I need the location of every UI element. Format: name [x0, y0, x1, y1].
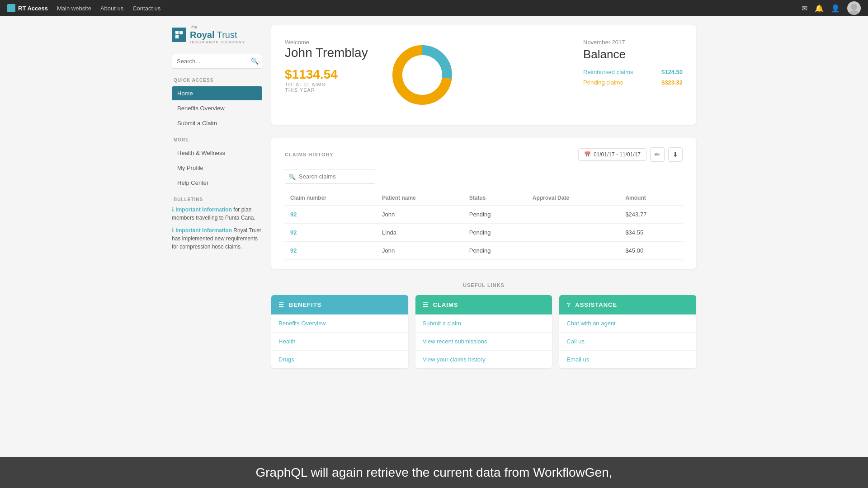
link-item-0-2[interactable]: Drugs — [271, 351, 408, 368]
useful-links-title: USEFUL LINKS — [271, 282, 696, 288]
quick-access-section: QUICK ACCESS Home Benefits Overview Subm… — [172, 78, 262, 130]
sidebar-item-submit-claim[interactable]: Submit a Claim — [172, 116, 262, 130]
search-input[interactable] — [172, 54, 262, 69]
logo-box: The Royal Trust INSURANCE COMPANY — [172, 25, 262, 45]
sidebar-item-home[interactable]: Home — [172, 86, 262, 100]
useful-links-section: USEFUL LINKS ☰ BENEFITS Benefits Overvie… — [271, 282, 696, 368]
donut-chart — [386, 39, 458, 111]
date-range-text: 01/01/17 - 11/01/17 — [594, 151, 641, 158]
logo-the: The — [190, 25, 245, 30]
total-claims-label: TOTAL CLAIMS — [285, 82, 368, 87]
balance-pending-row: Pending claims $323.32 — [583, 79, 683, 86]
top-nav: RT Access Main website About us Contact … — [0, 0, 868, 16]
claim-number-0[interactable]: 92 — [290, 211, 297, 218]
amount-1: $34.55 — [620, 224, 683, 242]
svg-rect-2 — [175, 31, 179, 34]
reimbursed-amount: $124.50 — [661, 69, 683, 75]
link-item-2-0[interactable]: Chat with an agent — [559, 314, 696, 333]
link-item-0-1[interactable]: Health — [271, 333, 408, 351]
logo-area: The Royal Trust INSURANCE COMPANY — [172, 25, 262, 45]
pending-label: Pending claims — [583, 79, 623, 86]
link-card-benefits: ☰ BENEFITS Benefits OverviewHealthDrugs — [271, 295, 408, 368]
link-card-body-0: Benefits OverviewHealthDrugs — [271, 314, 408, 368]
reimbursed-label: Reimbursed claims — [583, 69, 633, 75]
more-section: MORE Health & Wellness My Profile Help C… — [172, 137, 262, 190]
svg-rect-4 — [175, 35, 179, 38]
link-item-1-2[interactable]: View your claims history — [415, 351, 552, 368]
download-button[interactable]: ⬇ — [668, 147, 683, 162]
link-item-2-1[interactable]: Call us — [559, 333, 696, 351]
welcome-greeting: Welcome — [285, 39, 368, 46]
claims-header: CLAIMS HISTORY 📅 01/01/17 - 11/01/17 ✏ ⬇ — [285, 147, 683, 162]
pending-amount: $323.32 — [661, 79, 683, 86]
search-button[interactable]: 🔍 — [251, 57, 259, 65]
patient-name-0: John — [377, 205, 464, 224]
link-card-title-1: CLAIMS — [433, 301, 458, 308]
date-range-picker[interactable]: 📅 01/01/17 - 11/01/17 — [578, 148, 646, 161]
info-icon-1: ℹ — [172, 206, 174, 213]
brand-logo: RT Access — [7, 4, 48, 12]
link-card-icon-0: ☰ — [278, 301, 284, 308]
sidebar-item-help-center[interactable]: Help Center — [172, 176, 262, 190]
search-claims-input[interactable] — [285, 169, 375, 184]
user-icon[interactable]: 👤 — [831, 4, 840, 13]
avatar[interactable] — [847, 1, 861, 15]
total-claims-amount: $1134.54 — [285, 67, 368, 82]
more-label: MORE — [172, 137, 262, 142]
logo-insurance: INSURANCE COMPANY — [190, 41, 245, 45]
claims-section: CLAIMS HISTORY 📅 01/01/17 - 11/01/17 ✏ ⬇… — [271, 138, 696, 269]
bulletin-important-2[interactable]: Important Information — [175, 227, 232, 234]
amount-2: $45.00 — [620, 242, 683, 260]
status-0: Pending — [464, 205, 527, 224]
link-item-2-2[interactable]: Email us — [559, 351, 696, 368]
search-claims-icon: 🔍 — [288, 173, 296, 180]
link-card-body-2: Chat with an agentCall usEmail us — [559, 314, 696, 368]
claim-number-2[interactable]: 92 — [290, 247, 297, 254]
tooltip-text: GraphQL will again retrieve the current … — [255, 465, 612, 479]
status-1: Pending — [464, 224, 527, 242]
sidebar-item-benefits-overview[interactable]: Benefits Overview — [172, 101, 262, 115]
link-card-body-1: Submit a claimView recent submissionsVie… — [415, 314, 552, 368]
balance-section: November 2017 Balance Reimbursed claims … — [583, 39, 683, 89]
claims-table-body: 92 John Pending $243.77 92 Linda Pending… — [285, 205, 683, 260]
info-icon-2: ℹ — [172, 227, 174, 234]
sidebar-search[interactable]: 🔍 — [172, 54, 262, 69]
link-card-header-1: ☰ CLAIMS — [415, 295, 552, 314]
approval-1 — [527, 224, 620, 242]
email-icon[interactable]: ✉ — [802, 4, 807, 13]
calendar-icon: 📅 — [584, 151, 591, 158]
approval-2 — [527, 242, 620, 260]
link-card-title-0: BENEFITS — [289, 301, 321, 308]
link-card-title-2: ASSISTANCE — [575, 301, 617, 308]
logo-text: The Royal Trust INSURANCE COMPANY — [190, 25, 245, 45]
bulletin-item-2: ℹ Important Information Royal Trust has … — [172, 226, 262, 251]
rt-logo-icon — [7, 4, 15, 12]
edit-button[interactable]: ✏ — [650, 147, 665, 162]
about-us-link[interactable]: About us — [100, 5, 123, 12]
link-item-0-0[interactable]: Benefits Overview — [271, 314, 408, 333]
notification-icon[interactable]: 🔔 — [815, 4, 824, 13]
link-item-1-1[interactable]: View recent submissions — [415, 333, 552, 351]
claims-title: CLAIMS HISTORY — [285, 152, 334, 157]
link-card-assistance: ? ASSISTANCE Chat with an agentCall usEm… — [559, 295, 696, 368]
svg-point-0 — [851, 4, 857, 10]
search-claims-container[interactable]: 🔍 — [285, 169, 683, 184]
claim-number-1[interactable]: 92 — [290, 229, 297, 236]
sidebar-item-my-profile[interactable]: My Profile — [172, 161, 262, 175]
contact-us-link[interactable]: Contact us — [132, 5, 160, 12]
main-website-link[interactable]: Main website — [57, 5, 91, 12]
table-row: 92 John Pending $45.00 — [285, 242, 683, 260]
bulletins-label: BULLETINS — [172, 197, 262, 202]
quick-access-label: QUICK ACCESS — [172, 78, 262, 83]
status-2: Pending — [464, 242, 527, 260]
bulletin-important-1[interactable]: Important Information — [175, 206, 232, 213]
bulletins-section: BULLETINS ℹ Important Information for pl… — [172, 197, 262, 251]
top-nav-right: ✉ 🔔 👤 — [802, 1, 861, 15]
sidebar-item-health-wellness[interactable]: Health & Wellness — [172, 146, 262, 160]
this-year-label: THIS YEAR — [285, 87, 368, 93]
balance-reimbursed-row: Reimbursed claims $124.50 — [583, 69, 683, 75]
bulletin-item-1: ℹ Important Information for plan members… — [172, 206, 262, 222]
link-item-1-0[interactable]: Submit a claim — [415, 314, 552, 333]
donut-chart-area — [386, 39, 458, 111]
sidebar: The Royal Trust INSURANCE COMPANY 🔍 QUIC… — [172, 25, 262, 368]
